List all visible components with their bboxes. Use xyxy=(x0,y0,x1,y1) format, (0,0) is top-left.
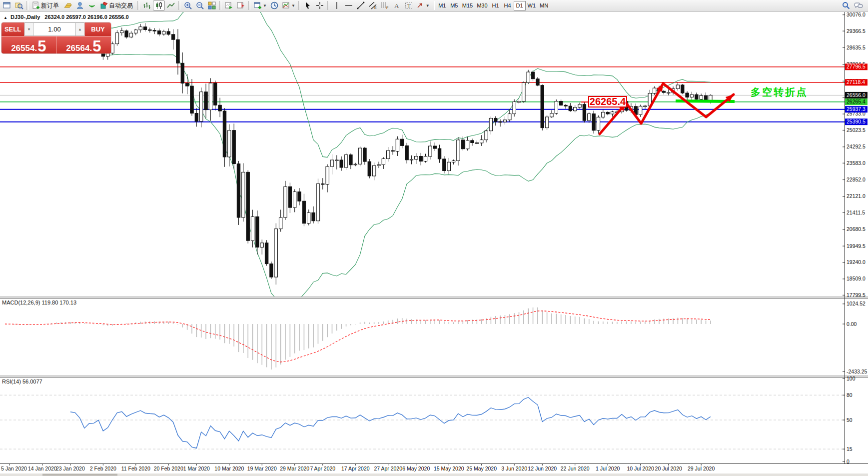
search-icon xyxy=(842,1,851,10)
buy-price[interactable]: 26564. 5 xyxy=(56,36,111,54)
timeframe-button-MN[interactable]: MN xyxy=(538,1,550,10)
sell-price[interactable]: 26554. 5 xyxy=(1,36,56,54)
svg-text:22121.0: 22121.0 xyxy=(847,193,866,199)
symbol-triangle-icon: ▲ xyxy=(3,16,7,20)
clock-icon xyxy=(270,1,279,10)
templates-button[interactable]: ▼ xyxy=(280,0,297,10)
bar-chart-type-button[interactable] xyxy=(141,0,153,10)
label-icon: T xyxy=(404,1,413,10)
data-window-button[interactable] xyxy=(1,0,13,10)
period-clock-button[interactable] xyxy=(268,0,280,10)
fibonacci-icon: F xyxy=(380,1,389,10)
toolbar-right-group xyxy=(840,0,865,10)
vertical-line-icon xyxy=(332,1,341,10)
gold-symbol-button[interactable] xyxy=(62,0,74,10)
svg-text:17799.5: 17799.5 xyxy=(847,292,866,298)
svg-text:24292.5: 24292.5 xyxy=(847,144,866,150)
svg-text:20680.5: 20680.5 xyxy=(847,226,866,232)
horizontal-line-tool-button[interactable] xyxy=(343,0,355,10)
svg-text:26556.0: 26556.0 xyxy=(847,92,866,98)
chart-ohlc-values: 26324.0 26597.0 26196.0 26556.0 xyxy=(44,14,128,20)
svg-text:27118.4: 27118.4 xyxy=(847,79,865,85)
timeframe-button-H4[interactable]: H4 xyxy=(502,1,514,10)
timeframe-button-M30[interactable]: M30 xyxy=(475,1,489,10)
timeframe-button-D1[interactable]: D1 xyxy=(514,1,526,10)
data-window-icon xyxy=(2,1,11,10)
one-click-price-row: 26554. 5 26564. 5 xyxy=(1,36,111,54)
svg-text:14 Jan 2020: 14 Jan 2020 xyxy=(28,466,57,472)
cursor-icon xyxy=(303,1,312,10)
new-order-label: 新订单 xyxy=(41,2,59,10)
community-button[interactable] xyxy=(74,0,86,10)
timeframe-button-M5[interactable]: M5 xyxy=(448,1,460,10)
svg-text:19949.5: 19949.5 xyxy=(847,243,866,249)
macd-indicator-label: MACD(12,26,9) 119.80 170.13 xyxy=(2,300,76,306)
autotrade-button[interactable]: 自动交易 xyxy=(98,0,136,10)
svg-text:T: T xyxy=(407,2,411,8)
zoom-out-button[interactable] xyxy=(194,0,206,10)
svg-text:25937.3: 25937.3 xyxy=(847,106,866,112)
new-chart-button[interactable]: ▼ xyxy=(252,0,268,10)
chevron-down-icon: ▼ xyxy=(263,4,267,8)
new-order-button[interactable]: 新订单 xyxy=(30,0,62,10)
text-tool-button[interactable]: A xyxy=(391,0,403,10)
trendline-icon xyxy=(356,1,365,10)
volume-input[interactable] xyxy=(33,22,75,36)
zoom-in-icon xyxy=(183,1,192,10)
one-click-trading-panel: SELL ▼ ▲ BUY 26554. 5 26564. 5 xyxy=(1,22,111,54)
sell-button[interactable]: SELL xyxy=(1,22,24,36)
svg-text:20 Jul 2020: 20 Jul 2020 xyxy=(655,466,682,472)
timeframe-button-M1[interactable]: M1 xyxy=(436,1,448,10)
svg-text:0: 0 xyxy=(847,458,850,464)
timeframe-button-M15[interactable]: M15 xyxy=(460,1,475,10)
svg-text:19240.0: 19240.0 xyxy=(847,259,866,265)
vertical-line-tool-button[interactable] xyxy=(331,0,343,10)
svg-text:A: A xyxy=(394,2,399,10)
timeframe-button-W1[interactable]: W1 xyxy=(526,1,538,10)
bar-chart-icon xyxy=(142,1,151,10)
text-icon: A xyxy=(392,1,401,10)
svg-text:20 Feb 2020: 20 Feb 2020 xyxy=(154,466,183,472)
svg-text:2 Feb 2020: 2 Feb 2020 xyxy=(90,466,116,472)
fibonacci-tool-button[interactable]: F xyxy=(379,0,391,10)
search-button[interactable] xyxy=(840,0,852,10)
svg-text:10 Mar 2020: 10 Mar 2020 xyxy=(214,466,244,472)
svg-text:28635.5: 28635.5 xyxy=(847,44,866,50)
tile-windows-button[interactable] xyxy=(206,0,218,10)
svg-text:E: E xyxy=(374,6,377,10)
crosshair-tool-button[interactable] xyxy=(314,0,326,10)
main-toolbar: 新订单 自动交易 ▼ xyxy=(0,0,868,12)
chart-canvas[interactable]: 30076.029366.528635.527904.527174.026443… xyxy=(0,12,868,476)
volume-increase-button[interactable]: ▲ xyxy=(75,22,84,36)
new-chart-icon xyxy=(253,1,262,10)
one-click-top-row: SELL ▼ ▲ BUY xyxy=(1,22,111,36)
trendline-tool-button[interactable] xyxy=(355,0,367,10)
svg-text:25023.5: 25023.5 xyxy=(847,127,866,133)
line-chart-type-button[interactable] xyxy=(165,0,177,10)
svg-text:25390.5: 25390.5 xyxy=(847,118,866,124)
channel-tool-button[interactable]: E xyxy=(367,0,379,10)
timeframe-button-H1[interactable]: H1 xyxy=(490,1,502,10)
toolbar-separator xyxy=(248,1,250,10)
text-label-tool-button[interactable]: T xyxy=(403,0,415,10)
zoom-in-button[interactable] xyxy=(182,0,194,10)
chart-symbol-period: DJ30-,Daily xyxy=(10,14,40,20)
market-watch-button[interactable] xyxy=(13,0,25,10)
volume-decrease-button[interactable]: ▼ xyxy=(24,22,33,36)
buy-button[interactable]: BUY xyxy=(84,22,111,36)
auto-scroll-button[interactable] xyxy=(223,0,235,10)
svg-text:26265.4: 26265.4 xyxy=(847,98,866,104)
chat-button[interactable] xyxy=(852,0,865,10)
signals-button[interactable] xyxy=(86,0,98,10)
svg-text:5 Jan 2020: 5 Jan 2020 xyxy=(1,466,27,472)
candlestick-chart-type-button[interactable] xyxy=(153,0,165,10)
price-note-box: 26265.4 xyxy=(588,96,627,108)
chevron-down-icon: ▼ xyxy=(426,4,430,8)
cursor-tool-button[interactable] xyxy=(302,0,314,10)
chart-shift-button[interactable] xyxy=(235,0,247,10)
arrows-tool-button[interactable]: ▼ xyxy=(415,0,431,10)
svg-text:27 Apr 2020: 27 Apr 2020 xyxy=(374,466,402,472)
svg-text:29366.5: 29366.5 xyxy=(847,28,866,34)
svg-text:17 Apr 2020: 17 Apr 2020 xyxy=(341,466,370,472)
svg-text:3 Jun 2020: 3 Jun 2020 xyxy=(501,466,527,472)
